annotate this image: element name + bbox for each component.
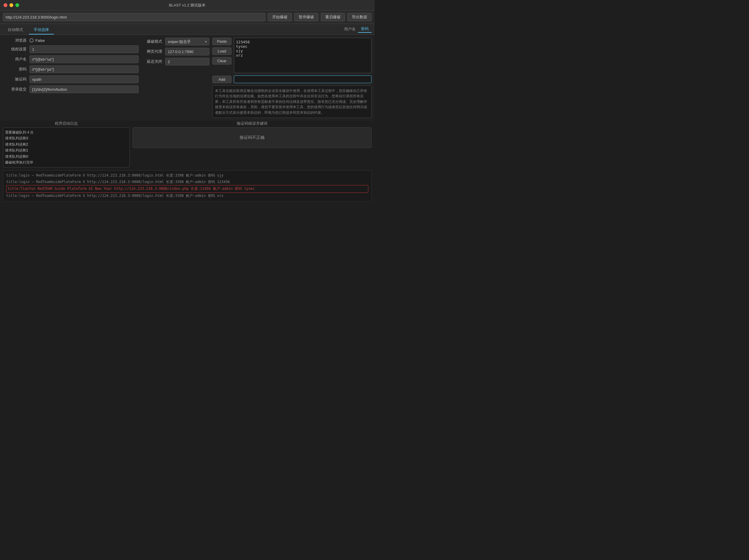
main-form: 浏览器 False 线程设置 用户名 密码 验证码 登录提交 xyxy=(3,38,138,93)
threads-input[interactable] xyxy=(29,45,138,53)
captcha-title: 验证码错误关键词 xyxy=(237,121,268,126)
captcha-keyword: 验证码不正确 xyxy=(240,135,264,140)
start-button[interactable]: 开始爆破 xyxy=(268,13,292,21)
add-row: Add xyxy=(212,75,371,83)
proxy-label: 网页代理 xyxy=(142,49,162,54)
captcha-input[interactable] xyxy=(29,75,138,83)
log-line: 请求队列还剩3 xyxy=(5,135,128,141)
log-title: 程序启动日志 xyxy=(3,121,130,126)
clear-button[interactable]: Clear xyxy=(212,57,232,65)
toolbar: 开始爆破 暂停爆破 重启爆破 导出数据 xyxy=(0,10,374,24)
captcha-keyword-box: 验证码不正确 xyxy=(133,127,371,148)
tab-manual[interactable]: 手动选择 xyxy=(29,26,53,35)
log-area: 需要爆破队列 4 次 请求队列还剩3 请求队列还剩2 请求队列还剩1 请求队列还… xyxy=(3,127,130,167)
password-input[interactable] xyxy=(29,65,138,73)
close-button[interactable] xyxy=(3,3,7,7)
mode-select[interactable]: sniper:狙击手 xyxy=(165,38,209,45)
delay-label: 延迟关闭 xyxy=(142,59,162,64)
left-panel: 浏览器 False 线程设置 用户名 密码 验证码 登录提交 xyxy=(3,38,138,118)
maximize-button[interactable] xyxy=(15,3,19,7)
captcha-panel: 验证码错误关键词 验证码不正确 xyxy=(133,121,371,167)
log-line: 请求队列还剩0 xyxy=(5,154,128,159)
output-line-3: title:login – RedTeamGuidePlateForm X ht… xyxy=(6,193,368,199)
log-panel: 程序启动日志 需要爆破队列 4 次 请求队列还剩3 请求队列还剩2 请求队列还剩… xyxy=(3,121,130,167)
right-panel: Paste Load Clear 123456 tysec sjy xrz Ad… xyxy=(212,38,371,118)
export-button[interactable]: 导出数据 xyxy=(347,13,371,21)
log-line: 请求队列还剩1 xyxy=(5,148,128,153)
browser-radio-group: False xyxy=(29,38,138,43)
captcha-label: 验证码 xyxy=(3,76,26,82)
log-line: 需要爆破队列 4 次 xyxy=(5,129,128,135)
password-textarea[interactable]: 123456 tysec sjy xrz xyxy=(234,38,371,73)
mid-panel: 爆破模式 sniper:狙击手 ▾ 网页代理 延迟关闭 xyxy=(142,38,209,118)
mode-label: 爆破模式 xyxy=(142,39,162,44)
delay-input[interactable] xyxy=(165,58,209,65)
tabs-right-label: 用户名 xyxy=(344,26,356,32)
submit-label: 登录提交 xyxy=(3,87,26,92)
minimize-button[interactable] xyxy=(9,3,13,7)
paste-button[interactable]: Paste xyxy=(212,38,232,45)
restart-button[interactable]: 重启爆破 xyxy=(321,13,345,21)
bottom-panels: 程序启动日志 需要爆破队列 4 次 请求队列还剩3 请求队列还剩2 请求队列还剩… xyxy=(0,121,374,170)
mid-form: 爆破模式 sniper:狙击手 ▾ 网页代理 延迟关闭 xyxy=(142,38,209,65)
window-title: BLAST v1.2 测试版本 xyxy=(169,3,206,8)
output-area: title:login – RedTeamGuidePlateForm X ht… xyxy=(3,170,371,201)
password-label: 密码 xyxy=(3,67,26,72)
tab-password[interactable]: 密码 xyxy=(358,26,371,33)
tabs-right: 用户名 密码 xyxy=(344,26,371,35)
traffic-lights xyxy=(3,3,19,7)
tabs-row: 自动模式 手动选择 用户名 密码 xyxy=(0,24,374,35)
add-input[interactable] xyxy=(234,75,371,83)
username-input[interactable] xyxy=(29,55,138,63)
load-button[interactable]: Load xyxy=(212,47,232,55)
main-content: 浏览器 False 线程设置 用户名 密码 验证码 登录提交 爆破模式 xyxy=(0,35,374,121)
add-button[interactable]: Add xyxy=(212,76,232,83)
pause-button[interactable]: 暂停爆破 xyxy=(294,13,319,21)
disclaimer-box: 本工具仅能在取得足够合法授权的企业安全建设中使用，在使用本工具过程中，您应确保自… xyxy=(212,86,371,118)
browser-value: False xyxy=(36,38,45,43)
tab-auto[interactable]: 自动模式 xyxy=(3,26,28,35)
output-line-1: title:login – RedTeamGuidePlateForm X ht… xyxy=(6,179,368,185)
threads-label: 线程设置 xyxy=(3,47,26,52)
url-input[interactable] xyxy=(3,13,265,21)
proxy-input[interactable] xyxy=(165,48,209,55)
title-bar: BLAST v1.2 测试版本 xyxy=(0,0,374,10)
password-list-area: Paste Load Clear 123456 tysec sjy xrz xyxy=(212,38,371,73)
tabs-left: 自动模式 手动选择 xyxy=(3,26,53,35)
username-label: 用户名 xyxy=(3,57,26,62)
log-line: 请求队列还剩2 xyxy=(5,141,128,148)
output-line-0: title:login – RedTeamGuidePlateForm X ht… xyxy=(6,173,368,179)
password-btn-group: Paste Load Clear xyxy=(212,38,232,65)
mode-select-wrap: sniper:狙击手 ▾ xyxy=(165,38,209,45)
browser-radio[interactable] xyxy=(29,38,34,42)
submit-input[interactable] xyxy=(29,86,138,93)
output-line-2: title:TianYun RedTEAM Guide Plateform XI… xyxy=(6,185,368,193)
log-line: 爆破程序执行完毕 xyxy=(5,159,128,165)
browser-label: 浏览器 xyxy=(3,38,26,43)
